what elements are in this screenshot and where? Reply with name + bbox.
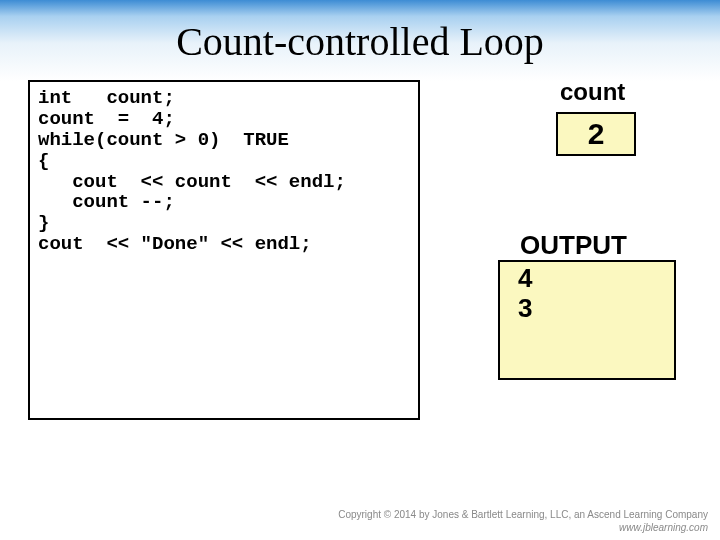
condition-true-label: TRUE	[220, 129, 288, 151]
code-line-9: count --;	[38, 192, 410, 213]
footer-site: www.jblearning.com	[338, 522, 708, 535]
code-line-11: cout << "Done" << endl;	[38, 234, 410, 255]
code-while-condition: while(count > 0)	[38, 129, 220, 151]
variable-value-box: 2	[556, 112, 636, 156]
code-line-6: {	[38, 151, 410, 172]
code-line-1: int count;	[38, 88, 410, 109]
footer: Copyright © 2014 by Jones & Bartlett Lea…	[338, 509, 708, 534]
code-line-7: cout << count << endl;	[38, 172, 410, 193]
code-line-3: count = 4;	[38, 109, 410, 130]
variable-name-label: count	[560, 78, 625, 106]
output-label: OUTPUT	[520, 230, 627, 261]
code-box: int count; count = 4; while(count > 0) T…	[28, 80, 420, 420]
slide-title: Count-controlled Loop	[0, 0, 720, 65]
output-line-1: 4	[518, 264, 656, 294]
code-line-10: }	[38, 213, 410, 234]
output-box: 4 3	[498, 260, 676, 380]
code-line-5: while(count > 0) TRUE	[38, 130, 410, 151]
footer-copyright: Copyright © 2014 by Jones & Bartlett Lea…	[338, 509, 708, 522]
output-line-2: 3	[518, 294, 656, 324]
